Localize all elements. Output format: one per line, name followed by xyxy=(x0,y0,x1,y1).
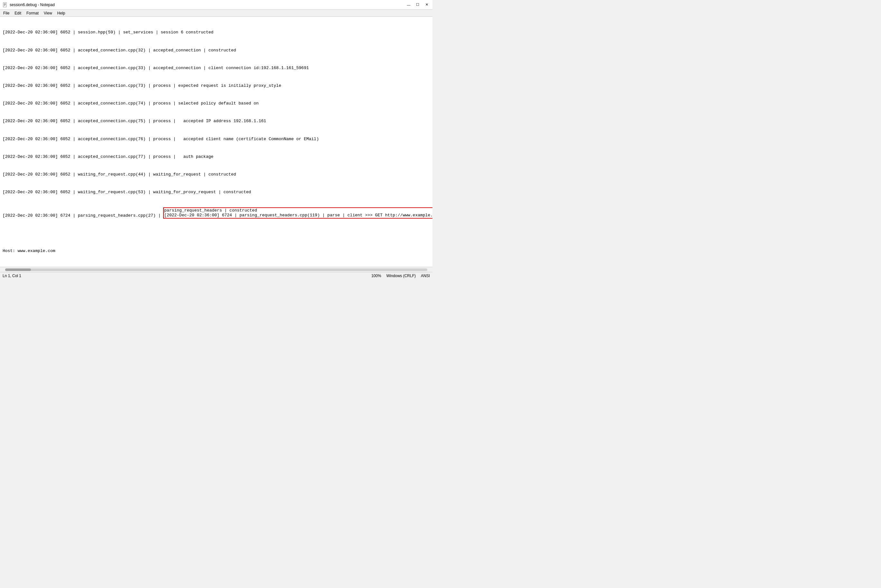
app-icon xyxy=(3,2,8,8)
title-bar: session6.debug - Notepad — ☐ ✕ xyxy=(0,0,433,10)
log-line-prefix: [2022-Dec-20 02:36:00] 6724 | parsing_re… xyxy=(3,207,430,219)
log-line: [2022-Dec-20 02:36:00] 6052 | accepted_c… xyxy=(3,118,430,124)
window-title: session6.debug - Notepad xyxy=(10,3,55,7)
log-line: [2022-Dec-20 02:36:00] 6052 | waiting_fo… xyxy=(3,172,430,178)
horizontal-scrollbar[interactable] xyxy=(0,267,433,272)
log-content: [2022-Dec-20 02:36:00] 6052 | session.hp… xyxy=(3,18,430,267)
cursor-position: Ln 1, Col 1 xyxy=(3,274,21,278)
log-line: [2022-Dec-20 02:36:00] 6052 | accepted_c… xyxy=(3,48,430,54)
encoding[interactable]: ANSI xyxy=(421,274,430,278)
menu-bar: File Edit Format View Help xyxy=(0,10,433,17)
status-bar: Ln 1, Col 1 100% Windows (CRLF) ANSI xyxy=(0,272,433,279)
log-line: [2022-Dec-20 02:36:00] 6052 | accepted_c… xyxy=(3,65,430,71)
close-button[interactable]: ✕ xyxy=(424,2,430,8)
log-line: [2022-Dec-20 02:36:00] 6052 | session.hp… xyxy=(3,30,430,36)
menu-help[interactable]: Help xyxy=(56,10,67,16)
menu-file[interactable]: File xyxy=(1,10,11,16)
log-line: [2022-Dec-20 02:36:00] 6052 | accepted_c… xyxy=(3,83,430,89)
blank-line xyxy=(3,266,430,267)
menu-format[interactable]: Format xyxy=(24,10,41,16)
log-line: [2022-Dec-20 02:36:00] 6052 | accepted_c… xyxy=(3,100,430,107)
content-area[interactable]: [2022-Dec-20 02:36:00] 6052 | session.hp… xyxy=(0,17,433,267)
zoom-level[interactable]: 100% xyxy=(371,274,381,278)
scrollbar-track[interactable] xyxy=(5,268,427,271)
status-right: 100% Windows (CRLF) ANSI xyxy=(371,274,430,278)
maximize-button[interactable]: ☐ xyxy=(415,2,421,8)
title-bar-controls: — ☐ ✕ xyxy=(406,2,430,8)
status-left: Ln 1, Col 1 xyxy=(3,274,21,278)
blank-line xyxy=(3,230,430,236)
http-header: Host: www.example.com xyxy=(3,248,430,254)
log-line: [2022-Dec-20 02:36:00] 6052 | accepted_c… xyxy=(3,154,430,160)
log-line: [2022-Dec-20 02:36:00] 6052 | waiting_fo… xyxy=(3,189,430,195)
minimize-button[interactable]: — xyxy=(406,2,412,8)
scrollbar-thumb[interactable] xyxy=(5,268,31,271)
menu-view[interactable]: View xyxy=(42,10,54,16)
log-line: [2022-Dec-20 02:36:00] 6052 | accepted_c… xyxy=(3,136,430,142)
line-ending[interactable]: Windows (CRLF) xyxy=(386,274,416,278)
menu-edit[interactable]: Edit xyxy=(12,10,23,16)
title-bar-left: session6.debug - Notepad xyxy=(3,2,55,8)
